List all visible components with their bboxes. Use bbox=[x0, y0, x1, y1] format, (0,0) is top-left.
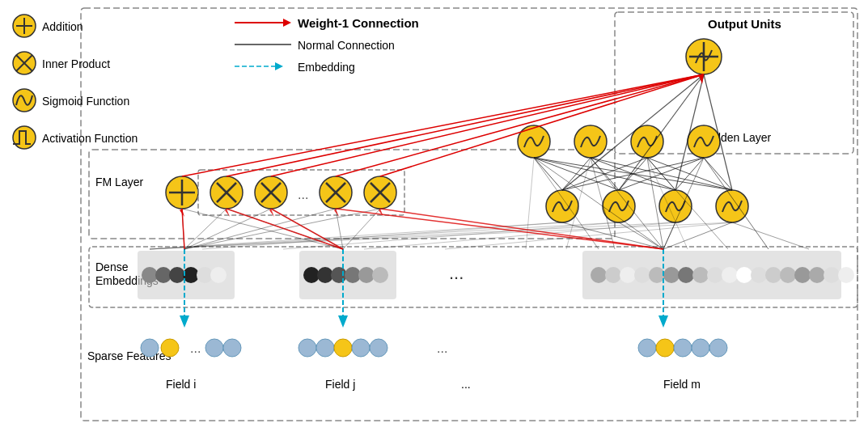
diagram-svg: FM Layer Dense Embeddings Output Units H… bbox=[0, 0, 868, 436]
svg-point-53 bbox=[205, 339, 223, 357]
svg-point-49 bbox=[838, 267, 854, 283]
svg-line-130 bbox=[445, 222, 732, 249]
addition-label: Addition bbox=[42, 20, 83, 33]
svg-line-135 bbox=[534, 158, 562, 190]
svg-point-55 bbox=[299, 339, 316, 357]
svg-line-134 bbox=[704, 158, 768, 249]
svg-marker-67 bbox=[180, 315, 189, 328]
svg-point-35 bbox=[634, 267, 650, 283]
svg-text:...: ... bbox=[437, 341, 447, 355]
svg-point-65 bbox=[709, 339, 727, 357]
svg-point-38 bbox=[678, 267, 694, 283]
svg-point-59 bbox=[370, 339, 387, 357]
svg-point-47 bbox=[809, 267, 825, 283]
svg-line-158 bbox=[227, 74, 704, 176]
svg-point-57 bbox=[334, 339, 352, 357]
svg-point-44 bbox=[765, 267, 781, 283]
svg-text:...: ... bbox=[298, 188, 308, 201]
svg-point-42 bbox=[736, 267, 752, 283]
svg-line-122 bbox=[732, 222, 809, 249]
dense-label: Dense bbox=[95, 260, 129, 273]
svg-point-41 bbox=[722, 267, 738, 283]
activation-label: Activation Function bbox=[42, 132, 138, 145]
dots-dense: ... bbox=[449, 263, 464, 283]
output-units-label: Output Units bbox=[708, 17, 781, 31]
svg-point-61 bbox=[638, 339, 656, 357]
svg-marker-16 bbox=[275, 62, 283, 70]
svg-point-58 bbox=[352, 339, 370, 357]
svg-point-56 bbox=[316, 339, 334, 357]
weight1-label: Weight-1 Connection bbox=[298, 16, 419, 30]
svg-point-33 bbox=[605, 267, 621, 283]
fm-layer-label: FM Layer bbox=[95, 176, 143, 188]
svg-point-63 bbox=[674, 339, 692, 357]
embedding-label: Embedding bbox=[298, 61, 355, 74]
svg-point-62 bbox=[656, 339, 674, 357]
svg-point-11 bbox=[13, 126, 36, 149]
svg-point-37 bbox=[663, 267, 680, 283]
field-j-label: Field j bbox=[325, 378, 355, 391]
svg-line-157 bbox=[182, 74, 704, 176]
svg-point-46 bbox=[794, 267, 811, 283]
svg-point-34 bbox=[620, 267, 636, 283]
svg-point-64 bbox=[692, 339, 709, 357]
sparse-features-label: Sparse Features bbox=[87, 349, 171, 362]
svg-text:...: ... bbox=[190, 341, 201, 355]
svg-point-48 bbox=[824, 267, 840, 283]
svg-marker-13 bbox=[283, 19, 291, 27]
svg-point-43 bbox=[751, 267, 767, 283]
svg-marker-71 bbox=[658, 315, 668, 328]
svg-point-40 bbox=[707, 267, 723, 283]
field-i-label: Field i bbox=[166, 378, 196, 391]
field-dots-label: ... bbox=[461, 378, 471, 391]
svg-point-54 bbox=[223, 339, 241, 357]
inner-product-label: Inner Product bbox=[42, 57, 110, 70]
sigmoid-label: Sigmoid Function bbox=[42, 95, 129, 108]
normal-conn-label: Normal Connection bbox=[298, 39, 395, 52]
svg-point-45 bbox=[780, 267, 796, 283]
svg-point-51 bbox=[161, 339, 179, 357]
svg-point-32 bbox=[591, 267, 607, 283]
svg-point-30 bbox=[372, 267, 388, 283]
svg-marker-69 bbox=[338, 315, 348, 328]
svg-point-39 bbox=[692, 267, 709, 283]
svg-line-131 bbox=[526, 158, 534, 249]
svg-point-50 bbox=[141, 339, 159, 357]
main-container: FM Layer Dense Embeddings Output Units H… bbox=[0, 0, 868, 436]
svg-point-23 bbox=[210, 267, 227, 283]
field-m-label: Field m bbox=[663, 378, 701, 391]
